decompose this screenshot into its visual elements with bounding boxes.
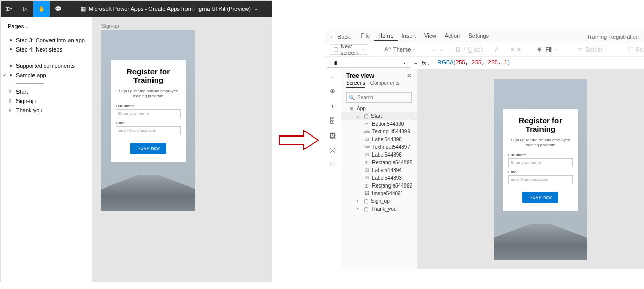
control-node[interactable]: ☑Label544896 (341, 151, 417, 159)
frame-item[interactable]: #Sign-up (1, 96, 92, 106)
font-dropdown: ⌄ (431, 46, 436, 53)
card-heading: Register forTraining (508, 116, 573, 133)
control-node[interactable]: 🖼Image544891 (341, 190, 417, 197)
data-icon[interactable]: 🗄 (329, 117, 336, 125)
media-icon[interactable]: 🖼 (329, 132, 336, 140)
figma-file-title: ▦ Microsoft Power Apps - Create Apps fro… (66, 6, 272, 12)
fill-button[interactable]: ◆Fill ⌄ (533, 44, 561, 55)
page-item[interactable]: Step 4: Next steps (1, 45, 92, 54)
artboard[interactable]: Register forTraining Sign up for the ann… (101, 30, 195, 211)
rsvp-button[interactable]: RSVP now (130, 143, 166, 154)
page-item[interactable]: Supported components (1, 61, 92, 71)
powerapps-window: ←Back FileHomeInsertViewActionSettings T… (325, 31, 644, 269)
control-node[interactable]: ☑Label544898 (341, 135, 417, 143)
italic-icon: I (463, 46, 465, 53)
screen-icon: ▢ (333, 46, 338, 53)
border-button[interactable]: ▭Border ⌄ (573, 44, 611, 55)
menu-home[interactable]: Home (374, 32, 397, 41)
app-node[interactable]: ⊞App (341, 105, 417, 112)
rect-icon: ◫ (364, 160, 370, 165)
tree-view-panel: Tree view✕ Screens Components 🔍Search ⊞A… (341, 69, 417, 269)
tree-tabs: Screens Components (341, 80, 417, 90)
frame-icon: # (9, 107, 12, 113)
fullname-input[interactable]: Enter your name (508, 158, 573, 167)
frame-item[interactable]: #Thank you (1, 106, 92, 115)
menu-insert[interactable]: Insert (398, 32, 420, 41)
email-label: Email (508, 169, 573, 174)
fontsize-dropdown: ⌄ (439, 46, 444, 53)
bullet-icon (10, 48, 12, 50)
page-item[interactable]: ✓Sample app (1, 71, 92, 80)
figma-menu-icon[interactable]: ⊞▾ (1, 1, 17, 17)
rsvp-button[interactable]: RSVP now (522, 192, 558, 203)
control-node[interactable]: ▭Button544900 (341, 120, 417, 128)
menu-file[interactable]: File (357, 32, 374, 41)
control-node[interactable]: ☑Label544893 (341, 174, 417, 182)
search-icon: 🔍 (349, 95, 355, 100)
chevron-down-icon[interactable]: ⌄ (254, 7, 258, 11)
tab-screens[interactable]: Screens (346, 80, 365, 88)
card-subtitle: Sign up for the annual employee training… (508, 138, 573, 148)
email-input[interactable]: email@address.com (508, 175, 573, 184)
hand-tool-icon[interactable]: ✋ (33, 1, 50, 17)
strike-icon: abc (475, 46, 482, 53)
tree-title: Tree view (346, 72, 374, 79)
variables-icon[interactable]: (x) (329, 147, 336, 153)
comment-tool-icon[interactable]: 💬 (50, 1, 66, 17)
control-node[interactable]: ◫Rectangle544895 (341, 159, 417, 166)
txt-icon: abc (364, 145, 370, 149)
new-screen-button[interactable]: ▢New screen ⌄ (330, 44, 368, 55)
menu-view[interactable]: View (420, 32, 440, 41)
email-input[interactable]: email@address.com (116, 126, 181, 135)
control-node[interactable]: ☑Label544894 (341, 166, 417, 174)
move-tool-icon[interactable]: ▷ (17, 1, 33, 17)
screen-node[interactable]: ⌄▢Start⋯ (341, 112, 417, 120)
menu-settings[interactable]: Settings (464, 32, 493, 41)
back-button[interactable]: ←Back (330, 33, 350, 40)
lbl-icon: ☑ (364, 137, 370, 142)
reorder-icon: ⬚ (626, 46, 634, 53)
lbl-icon: ☑ (364, 152, 370, 157)
control-node[interactable]: abcTextInput544899 (341, 128, 417, 135)
fullname-label: Full name (508, 152, 573, 157)
card-heading: Register forTraining (116, 67, 181, 84)
control-node[interactable]: ◫Rectangle544892 (341, 182, 417, 190)
tests-icon[interactable]: Ħ (330, 160, 335, 168)
bullet-icon (10, 74, 12, 76)
reorder-button[interactable]: ⬚Reord (623, 44, 644, 55)
txt-icon: abc (364, 129, 370, 134)
check-icon: ✓ (3, 72, 7, 78)
control-node[interactable]: abcTextInput544897 (341, 143, 417, 151)
screen-node[interactable]: ›▢Sign_up (341, 197, 417, 205)
tree-search[interactable]: 🔍Search (346, 92, 412, 103)
tab-components[interactable]: Components (370, 80, 400, 88)
powerapps-canvas[interactable]: Register forTraining Sign up for the ann… (417, 69, 644, 269)
frame-item[interactable]: #Start (1, 87, 92, 96)
close-icon[interactable]: ✕ (406, 72, 412, 79)
page-item[interactable]: Step 3: Convert into an app (1, 36, 92, 45)
screen-node[interactable]: ›▢Thank_you (341, 205, 417, 213)
artboard-label: Sign-up (101, 23, 119, 29)
add-icon[interactable]: + (331, 102, 335, 110)
fullname-input[interactable]: Enter your name (116, 109, 181, 118)
insert-icon[interactable]: ⊕ (330, 87, 335, 95)
frame-icon: # (9, 98, 12, 104)
figma-canvas[interactable]: Sign-up Register forTraining Sign up for… (92, 17, 272, 282)
formula-value[interactable]: RGBA(255, 255, 255, 1) (433, 59, 509, 66)
registration-card: Register forTraining Sign up for the ann… (111, 60, 186, 162)
tree-view-icon[interactable]: ≡ (331, 72, 335, 80)
background-road (101, 175, 195, 211)
left-rail: ≡ ⊕ + 🗄 🖼 (x) Ħ (325, 69, 341, 269)
menu-action[interactable]: Action (440, 32, 465, 41)
underline-icon: U (468, 46, 472, 53)
email-label: Email (116, 121, 181, 125)
property-selector[interactable]: Fill⌄ (327, 58, 410, 68)
img-icon: 🖼 (364, 191, 370, 196)
formula-bar: Fill⌄ = fx ⌄ RGBA(255, 255, 255, 1) (325, 57, 644, 69)
background-road (494, 224, 587, 260)
theme-button[interactable]: AᵃTheme ⌄ (381, 44, 419, 55)
app-screen[interactable]: Register forTraining Sign up for the ann… (494, 79, 587, 260)
pages-header[interactable]: Pages ︿ (1, 21, 92, 33)
menu-bar: FileHomeInsertViewActionSettings (357, 32, 493, 41)
equals-sign: = (410, 60, 421, 66)
